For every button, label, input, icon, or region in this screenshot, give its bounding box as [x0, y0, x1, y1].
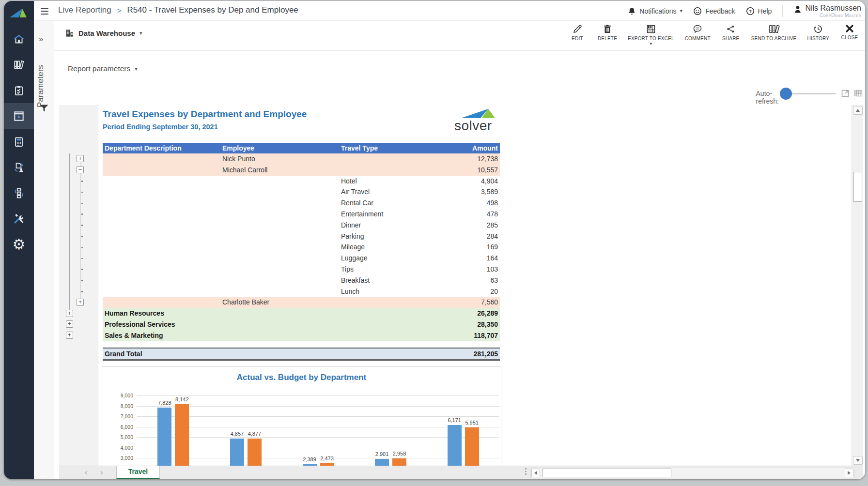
menu-icon[interactable]	[41, 6, 51, 15]
employee-cell: Michael Carroll	[222, 165, 267, 176]
home-icon	[13, 33, 25, 46]
chart-bar-actual	[157, 408, 171, 466]
sidebar-item-reporting[interactable]	[4, 103, 34, 129]
table-row: Entertainment478	[103, 209, 500, 220]
y-axis-tick-label: 3,000	[108, 455, 133, 461]
sidebar-item-budgeting[interactable]	[4, 129, 34, 154]
expand-group-button[interactable]: +	[66, 320, 73, 328]
expand-group-button[interactable]: +	[77, 299, 84, 306]
share-label: SHARE	[722, 36, 739, 41]
table-row: Nick Punto12,738	[103, 153, 500, 165]
user-name: Nils Rasmussen	[805, 4, 861, 13]
breadcrumb-report-title: R540 - Travel Expenses by Dep and Employ…	[127, 5, 298, 15]
breadcrumb-section[interactable]: Live Reporting	[58, 5, 111, 15]
grid-view-icon[interactable]	[853, 88, 863, 98]
auto-refresh-slider[interactable]	[782, 93, 836, 94]
sidebar-item-collaboration[interactable]	[4, 154, 34, 180]
table-header-row: Department DescriptionEmployeeTravel Typ…	[103, 143, 500, 153]
outline-detail-dot	[81, 269, 83, 270]
history-icon	[813, 24, 823, 34]
delete-button[interactable]: DELETE	[595, 23, 620, 42]
chart-bar-budget	[392, 458, 406, 466]
expand-group-button[interactable]: +	[66, 332, 73, 339]
outline-detail-dot	[81, 213, 83, 215]
table-row: Breakfast63	[103, 275, 500, 286]
user-role: CorpDemo Master	[820, 13, 861, 18]
user-menu[interactable]: Nils Rasmussen CorpDemo Master	[793, 4, 861, 18]
sidebar-item-processes[interactable]	[4, 180, 34, 206]
chart-bar-budget	[465, 427, 479, 466]
travel-type-cell: Rental Car	[341, 197, 373, 209]
amount-cell: 103	[398, 264, 498, 275]
history-button[interactable]: HISTORY	[805, 23, 833, 42]
amount-cell: 3,589	[398, 186, 498, 197]
solver-app-logo-icon[interactable]	[4, 3, 34, 21]
scroll-right-button[interactable]	[845, 469, 853, 477]
expand-group-button[interactable]: +	[77, 155, 84, 162]
filter-funnel-icon[interactable]	[39, 104, 49, 113]
close-button[interactable]: CLOSE	[837, 23, 862, 41]
app-window: ⚙ Live Reporting > R540 - Travel Expense…	[4, 1, 865, 479]
department-cell: Human Resources	[105, 308, 164, 319]
share-button[interactable]: SHARE	[718, 23, 744, 42]
employee-cell: Nick Punto	[222, 153, 255, 165]
comment-button[interactable]: COMMENT	[682, 23, 713, 42]
tab-travel[interactable]: Travel	[116, 466, 160, 479]
table-row: Parking284	[103, 231, 500, 242]
collapse-group-button[interactable]: −	[77, 166, 84, 173]
expand-group-button[interactable]: +	[66, 310, 73, 317]
actual-vs-budget-chart: Actual vs. Budget by Department 9,0008,0…	[102, 366, 501, 466]
processes-icon	[13, 187, 25, 199]
travel-type-cell: Breakfast	[341, 275, 370, 286]
table-row: Professional Services28,350	[103, 319, 500, 330]
table-row: Air Travel3,589	[103, 186, 500, 197]
sidebar-item-home[interactable]	[4, 26, 34, 52]
chart-data-label: 5,951	[458, 420, 486, 425]
scroll-up-button[interactable]	[853, 106, 863, 115]
delete-icon	[603, 24, 612, 34]
outline-level2-line	[80, 159, 80, 302]
expand-parameters-icon[interactable]: »	[39, 34, 42, 44]
edit-button[interactable]: EDIT	[565, 23, 590, 42]
sidebar-item-tools[interactable]	[4, 206, 34, 231]
history-label: HISTORY	[807, 36, 830, 41]
popout-icon[interactable]	[841, 88, 851, 98]
share-icon	[726, 24, 735, 34]
pane-splitter-handle[interactable]	[525, 468, 527, 475]
report-parameters-label: Report parameters	[68, 64, 130, 73]
chevron-down-icon: ▾	[650, 43, 652, 45]
data-warehouse-icon	[65, 29, 74, 38]
y-axis-tick-label: 9,000	[108, 393, 133, 398]
travel-type-cell: Luggage	[341, 253, 368, 264]
help-button[interactable]: ? Help	[746, 7, 772, 15]
close-label: CLOSE	[841, 35, 858, 40]
notifications-button[interactable]: Notifications ▾	[628, 7, 682, 15]
data-source-picker[interactable]: Data Warehouse ▾	[65, 29, 142, 38]
sidebar-item-tasks[interactable]	[4, 77, 34, 103]
auto-refresh-slider-knob[interactable]	[780, 88, 792, 100]
feedback-button[interactable]: Feedback	[693, 7, 735, 15]
outline-detail-dot	[81, 236, 83, 237]
scroll-left-button[interactable]	[531, 469, 540, 477]
horizontal-scrollbar[interactable]	[530, 468, 854, 478]
travel-type-cell: Air Travel	[341, 186, 370, 197]
export-to-excel-button[interactable]: X̄EXPORT TO EXCEL▾	[625, 23, 677, 46]
previous-sheet-icon[interactable]: ‹	[85, 468, 88, 477]
feedback-label: Feedback	[705, 7, 735, 15]
next-sheet-icon[interactable]: ›	[100, 468, 103, 477]
vertical-scrollbar[interactable]	[852, 105, 863, 466]
vertical-scroll-thumb[interactable]	[853, 172, 862, 202]
outline-detail-dot	[81, 192, 83, 193]
outline-detail-dot	[81, 247, 83, 248]
report-parameters-toggle[interactable]: Report parameters ▾	[68, 64, 138, 73]
tasks-icon	[13, 84, 25, 97]
send-to-archive-icon	[768, 24, 780, 34]
report-title: Travel Expenses by Department and Employ…	[103, 109, 307, 120]
horizontal-scroll-thumb[interactable]	[542, 469, 671, 477]
sidebar-item-settings[interactable]: ⚙	[4, 231, 34, 257]
chart-data-label: 2,958	[386, 451, 414, 456]
send-to-archive-button[interactable]: SEND TO ARCHIVE	[748, 23, 800, 42]
sidebar-item-documents[interactable]	[4, 52, 34, 77]
chart-bar-actual	[448, 425, 462, 466]
scroll-down-button[interactable]	[853, 456, 863, 465]
